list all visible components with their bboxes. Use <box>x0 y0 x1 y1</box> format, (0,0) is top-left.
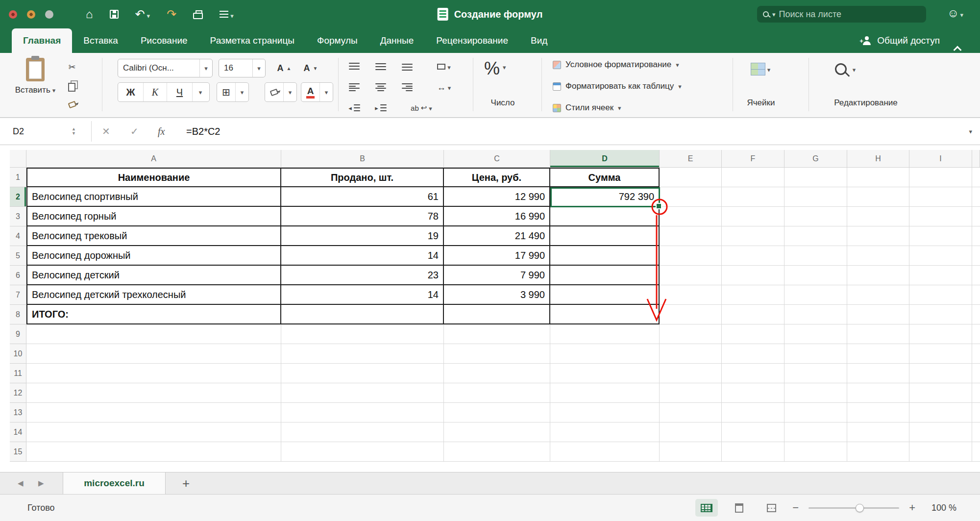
borders-button[interactable]: ⊞ <box>217 82 249 102</box>
align-bottom-button[interactable] <box>396 59 418 74</box>
cell-A8[interactable]: ИТОГО: <box>26 305 281 324</box>
row-header-10[interactable]: 10 <box>10 344 26 364</box>
cell-E10[interactable] <box>660 344 722 364</box>
cell-I1[interactable] <box>909 168 972 187</box>
cell-G2[interactable] <box>784 187 847 207</box>
cell-B13[interactable] <box>281 403 444 422</box>
print-button[interactable] <box>193 9 203 19</box>
cell-B11[interactable] <box>281 364 444 383</box>
cell-B7[interactable]: 14 <box>281 285 444 305</box>
customize-toolbar-button[interactable] <box>220 7 234 21</box>
cell-G7[interactable] <box>784 285 847 305</box>
wrap-text-button[interactable]: ab↩ <box>400 100 443 116</box>
cell-F8[interactable] <box>722 305 784 324</box>
font-size-dropdown[interactable] <box>252 59 265 77</box>
cell-E6[interactable] <box>660 266 722 285</box>
cell-filler-12[interactable] <box>972 383 980 403</box>
cell-C10[interactable] <box>444 344 550 364</box>
format-as-table-button[interactable]: Форматировать как таблицу <box>553 81 682 91</box>
cell-G1[interactable] <box>784 168 847 187</box>
next-sheet-button[interactable]: ▶ <box>38 472 44 494</box>
cell-D1[interactable]: Сумма <box>550 168 660 187</box>
cell-filler-15[interactable] <box>972 442 980 462</box>
cell-F11[interactable] <box>722 364 784 383</box>
cell-F10[interactable] <box>722 344 784 364</box>
cell-H1[interactable] <box>847 168 909 187</box>
cell-G8[interactable] <box>784 305 847 324</box>
cell-H11[interactable] <box>847 364 909 383</box>
cell-A9[interactable] <box>26 324 281 344</box>
percent-style-button[interactable]: % <box>484 58 506 79</box>
cell-E1[interactable] <box>660 168 722 187</box>
column-header-I[interactable]: I <box>909 150 972 168</box>
column-header-B[interactable]: B <box>281 150 444 168</box>
search-input[interactable] <box>779 9 897 20</box>
decrease-indent-button[interactable]: ◂ <box>343 100 366 116</box>
home-button[interactable]: ⌂ <box>86 7 93 21</box>
row-header-12[interactable]: 12 <box>10 383 26 403</box>
grow-font-button[interactable]: А▲ <box>272 59 296 77</box>
cell-filler-7[interactable] <box>972 285 980 305</box>
add-sheet-button[interactable]: + <box>182 472 190 494</box>
cell-C11[interactable] <box>444 364 550 383</box>
cell-I11[interactable] <box>909 364 972 383</box>
cell-I3[interactable] <box>909 207 972 226</box>
cell-H12[interactable] <box>847 383 909 403</box>
tab-formulas[interactable]: Формулы <box>306 28 369 53</box>
cell-C15[interactable] <box>444 442 550 462</box>
row-header-3[interactable]: 3 <box>10 207 26 226</box>
tab-home[interactable]: Главная <box>12 28 72 53</box>
cell-G11[interactable] <box>784 364 847 383</box>
cell-E2[interactable] <box>660 187 722 207</box>
align-middle-button[interactable] <box>369 59 392 74</box>
cell-F4[interactable] <box>722 226 784 246</box>
paste-button[interactable]: Вставить <box>13 58 58 95</box>
cell-D5[interactable] <box>550 246 660 266</box>
feedback-button[interactable]: ☺ <box>947 6 963 20</box>
cell-F15[interactable] <box>722 442 784 462</box>
cell-H8[interactable] <box>847 305 909 324</box>
cell-H6[interactable] <box>847 266 909 285</box>
cell-B1[interactable]: Продано, шт. <box>281 168 444 187</box>
column-header-C[interactable]: C <box>444 150 550 168</box>
redo-button[interactable]: ↷ <box>167 7 176 21</box>
cell-C12[interactable] <box>444 383 550 403</box>
cell-F2[interactable] <box>722 187 784 207</box>
cell-E14[interactable] <box>660 422 722 442</box>
share-button[interactable]: + Общий доступ <box>861 28 940 53</box>
cell-A4[interactable]: Велосипед трековый <box>26 226 281 246</box>
row-header-14[interactable]: 14 <box>10 422 26 442</box>
cell-F13[interactable] <box>722 403 784 422</box>
cell-filler-8[interactable] <box>972 305 980 324</box>
cell-C13[interactable] <box>444 403 550 422</box>
name-box-stepper[interactable]: ▲▼ <box>72 118 76 145</box>
select-all-corner[interactable] <box>10 150 26 168</box>
tab-data[interactable]: Данные <box>369 28 425 53</box>
cell-D7[interactable] <box>550 285 660 305</box>
cell-A13[interactable] <box>26 403 281 422</box>
cell-C14[interactable] <box>444 422 550 442</box>
text-orientation-button[interactable]: ↔ <box>428 79 460 95</box>
conditional-formatting-button[interactable]: Условное форматирование <box>553 60 679 70</box>
cell-C6[interactable]: 7 990 <box>444 266 550 285</box>
cell-G12[interactable] <box>784 383 847 403</box>
cell-filler-4[interactable] <box>972 226 980 246</box>
cell-D9[interactable] <box>550 324 660 344</box>
save-button[interactable] <box>110 10 119 19</box>
cell-H13[interactable] <box>847 403 909 422</box>
formula-bar-expand-button[interactable] <box>969 118 972 145</box>
cell-F5[interactable] <box>722 246 784 266</box>
font-color-dropdown[interactable] <box>320 83 333 101</box>
cell-B9[interactable] <box>281 324 444 344</box>
cell-G4[interactable] <box>784 226 847 246</box>
cell-F6[interactable] <box>722 266 784 285</box>
column-header-A[interactable]: A <box>26 150 281 168</box>
cell-B14[interactable] <box>281 422 444 442</box>
font-name-combo[interactable]: Calibri (Осн... <box>118 59 213 77</box>
cell-A10[interactable] <box>26 344 281 364</box>
bold-button[interactable]: Ж <box>118 83 144 101</box>
editing-button[interactable] <box>828 60 862 78</box>
cell-I7[interactable] <box>909 285 972 305</box>
selected-cell-outline-d2[interactable] <box>550 187 660 207</box>
enter-button[interactable]: ✓ <box>130 118 139 145</box>
